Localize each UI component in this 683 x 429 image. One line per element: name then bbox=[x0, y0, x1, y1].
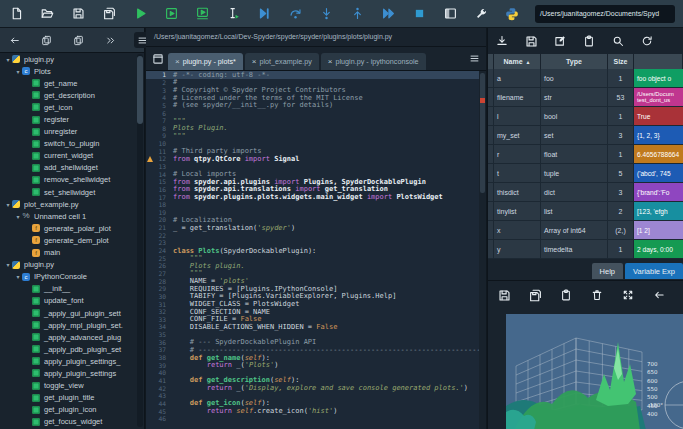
column-header-name[interactable]: Name▲ bbox=[494, 54, 541, 69]
code-line[interactable]: 45 return self.create_icon('hist') bbox=[146, 407, 486, 415]
column-header-type[interactable]: Type bbox=[541, 54, 608, 69]
column-header-blank[interactable] bbox=[634, 54, 683, 69]
cell-value[interactable]: 6.4656788664 bbox=[634, 145, 683, 163]
pane-tab-variable-exp[interactable]: Variable Exp bbox=[625, 263, 683, 279]
outline-item[interactable]: _apply_gui_plugin_sett bbox=[0, 307, 136, 319]
save-icon[interactable] bbox=[523, 33, 539, 49]
chevron-down-icon[interactable]: ▾ bbox=[4, 201, 12, 208]
save-as-icon[interactable] bbox=[552, 33, 568, 49]
cell-value[interactable]: {'brand':'Fo bbox=[634, 183, 683, 201]
close-icon[interactable]: × bbox=[175, 57, 180, 66]
code-line[interactable]: 22 bbox=[146, 231, 486, 239]
cell-value[interactable]: {1, 2, 3} bbox=[634, 126, 683, 144]
outline-scrollbar[interactable] bbox=[137, 54, 143, 427]
run-cell-icon[interactable] bbox=[163, 6, 179, 22]
outline-item[interactable]: _apply_advanced_plug bbox=[0, 331, 136, 343]
code-line[interactable]: 21_ = get_translation('spyder') bbox=[146, 224, 486, 232]
outline-item[interactable]: toggle_view bbox=[0, 380, 136, 392]
outline-item[interactable]: ▾plot_example.py bbox=[0, 198, 136, 210]
save-all-icon[interactable] bbox=[101, 6, 117, 22]
chevron-down-icon[interactable]: ▾ bbox=[14, 68, 22, 75]
refresh-icon[interactable] bbox=[639, 33, 655, 49]
previous-plot-icon[interactable] bbox=[651, 287, 667, 303]
trash-icon[interactable] bbox=[589, 287, 605, 303]
outline-item[interactable]: register bbox=[0, 113, 136, 125]
close-icon[interactable]: × bbox=[252, 57, 257, 66]
outline-item[interactable]: remove_shellwidget bbox=[0, 174, 136, 186]
editor-scrollbar-thumb[interactable] bbox=[480, 73, 485, 193]
outline-item[interactable]: fmain bbox=[0, 247, 136, 259]
maximize-pane-icon[interactable] bbox=[442, 6, 458, 22]
close-icon[interactable]: × bbox=[328, 57, 333, 66]
new-file-icon[interactable] bbox=[8, 6, 24, 22]
code-line[interactable]: 42 return _('Display, explore and save c… bbox=[146, 384, 486, 392]
fit-plot-icon[interactable] bbox=[620, 287, 636, 303]
code-line[interactable]: 39 return _('Plots') bbox=[146, 361, 486, 369]
cell-value[interactable]: 2 days, 0:00 bbox=[634, 240, 683, 258]
save-icon[interactable] bbox=[496, 287, 512, 303]
outline-item[interactable]: current_widget bbox=[0, 150, 136, 162]
outline-item[interactable]: ▾plugin.py bbox=[0, 53, 136, 65]
outline-item[interactable]: fgenerate_dem_plot bbox=[0, 234, 136, 246]
code-line[interactable]: 9""" bbox=[146, 132, 486, 140]
cell-value[interactable]: True bbox=[634, 107, 683, 125]
variable-row[interactable]: filenamestr53/Users/Documtest_dont_us bbox=[488, 88, 683, 107]
code-line[interactable]: 46 bbox=[146, 415, 486, 423]
code-editor[interactable]: 1# -*- coding: utf-8 -*-2#3# Copyright ©… bbox=[146, 71, 486, 429]
open-folder-icon[interactable] bbox=[39, 6, 55, 22]
variable-table-header[interactable]: Name▲TypeSize bbox=[488, 54, 683, 69]
code-line[interactable]: 8Plots Plugin. bbox=[146, 124, 486, 132]
code-line[interactable]: 12from qtpy.QtCore import Signal bbox=[146, 155, 486, 163]
variable-row[interactable]: my_setset3{1, 2, 3} bbox=[488, 126, 683, 145]
copy-icon[interactable] bbox=[38, 32, 54, 48]
code-line[interactable]: 6 bbox=[146, 109, 486, 117]
import-data-icon[interactable] bbox=[494, 33, 510, 49]
outline-scrollbar-thumb[interactable] bbox=[137, 56, 143, 124]
clipboard-icon[interactable] bbox=[581, 33, 597, 49]
tab-options-menu-button[interactable] bbox=[466, 51, 482, 67]
outline-item[interactable]: get_name bbox=[0, 77, 136, 89]
variable-row[interactable]: afoo1foo object o bbox=[488, 69, 683, 88]
outline-item[interactable]: apply_plugin_settings_ bbox=[0, 355, 136, 367]
search-icon[interactable] bbox=[610, 33, 626, 49]
chevrons-right-icon[interactable] bbox=[102, 32, 118, 48]
outline-item[interactable]: fgenerate_polar_plot bbox=[0, 222, 136, 234]
step-return-icon[interactable] bbox=[349, 6, 365, 22]
outline-item[interactable]: apply_plugin_settings bbox=[0, 367, 136, 379]
outline-item[interactable]: get_plugin_title bbox=[0, 392, 136, 404]
variable-row[interactable]: tinylistlist2[123, 'efgh bbox=[488, 202, 683, 221]
cell-value[interactable]: ('abcd', 745 bbox=[634, 164, 683, 182]
chevron-down-icon[interactable]: ▾ bbox=[14, 213, 22, 220]
continue-icon[interactable] bbox=[380, 6, 396, 22]
outline-item[interactable]: switch_to_plugin bbox=[0, 138, 136, 150]
code-line[interactable]: 34 DISABLE_ACTIONS_WHEN_HIDDEN = False bbox=[146, 323, 486, 331]
step-over-icon[interactable] bbox=[287, 6, 303, 22]
outline-item[interactable]: get_description bbox=[0, 89, 136, 101]
editor-tab[interactable]: ×plot_example.py bbox=[245, 53, 319, 70]
preferences-wrench-icon[interactable] bbox=[473, 6, 489, 22]
stop-icon[interactable] bbox=[411, 6, 427, 22]
save-icon[interactable] bbox=[70, 6, 86, 22]
code-line[interactable]: 17from spyder.plugins.plots.widgets.main… bbox=[146, 193, 486, 201]
outline-item[interactable]: get_icon bbox=[0, 101, 136, 113]
cell-value[interactable]: foo object o bbox=[634, 69, 683, 87]
debug-icon[interactable] bbox=[256, 6, 272, 22]
outline-item[interactable]: set_shellwidget bbox=[0, 186, 136, 198]
outline-item[interactable]: ▾plugin.py bbox=[0, 259, 136, 271]
editor-scrollbar[interactable] bbox=[479, 71, 486, 429]
cell-value[interactable]: [1 2] bbox=[634, 221, 683, 239]
run-cell-advance-icon[interactable] bbox=[194, 6, 210, 22]
cell-value[interactable]: [123, 'efgh bbox=[634, 202, 683, 220]
chevron-down-icon[interactable]: ▾ bbox=[14, 273, 22, 280]
variable-row[interactable]: xArray of int64(2,)[1 2] bbox=[488, 221, 683, 240]
column-header-size[interactable]: Size bbox=[608, 54, 634, 69]
working-directory-path[interactable]: /Users/juanitagomez/Documents/Spyd bbox=[535, 5, 675, 23]
outline-item[interactable]: ▾%Unnamed cell 1 bbox=[0, 210, 136, 222]
code-line[interactable]: 18 bbox=[146, 201, 486, 209]
outline-item[interactable]: ▾cPlots bbox=[0, 65, 136, 77]
back-icon[interactable] bbox=[6, 32, 22, 48]
chevron-down-icon[interactable]: ▾ bbox=[4, 261, 12, 268]
variable-row[interactable]: thisdictdict3{'brand':'Fo bbox=[488, 183, 683, 202]
outline-item[interactable]: __init__ bbox=[0, 283, 136, 295]
editor-tab[interactable]: ×plugin.py - plots* bbox=[168, 53, 243, 70]
